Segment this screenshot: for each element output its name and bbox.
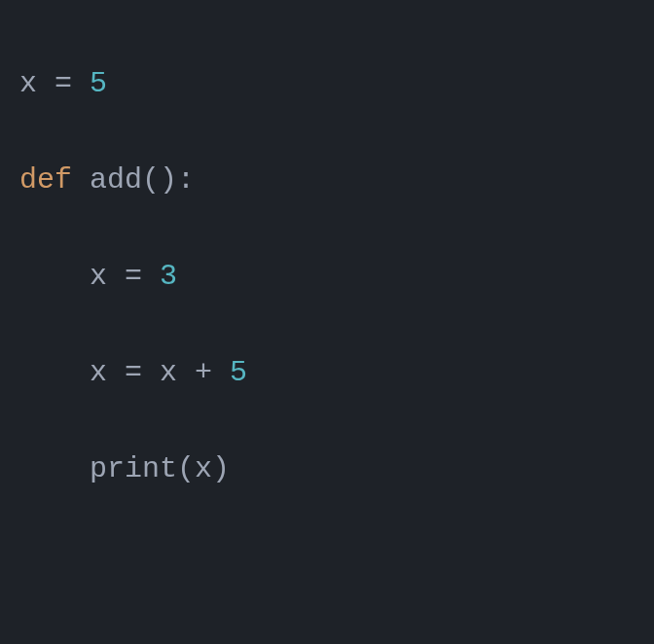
equals-operator: =: [37, 67, 90, 100]
close-paren: ): [212, 452, 230, 485]
code-line-2: def add():: [19, 157, 635, 205]
plus-operator: +: [177, 356, 230, 389]
space: [72, 163, 90, 197]
print-function: print: [90, 452, 177, 485]
def-keyword: def: [19, 163, 72, 197]
equals-operator: =: [107, 356, 160, 389]
parentheses: (): [142, 163, 177, 197]
number-literal: 3: [160, 260, 177, 293]
variable-x: x: [90, 260, 107, 293]
number-literal: 5: [230, 356, 247, 389]
colon: :: [177, 163, 195, 197]
code-snippet: x = 5 def add(): x = 3 x = x + 5 print(x…: [19, 12, 635, 644]
code-line-3: x = 3: [19, 253, 635, 302]
code-line-4: x = x + 5: [19, 349, 635, 398]
function-name: add: [90, 163, 142, 197]
blank-line: [19, 542, 635, 590]
code-line-1: x = 5: [19, 60, 635, 109]
code-line-5: print(x): [19, 446, 635, 494]
indent: [19, 260, 90, 293]
variable-x: x: [160, 356, 177, 389]
code-line-6: add(): [19, 638, 635, 645]
equals-operator: =: [107, 260, 160, 293]
variable-x: x: [195, 452, 212, 485]
open-paren: (: [177, 452, 195, 485]
indent: [19, 356, 90, 389]
indent: [19, 452, 90, 485]
variable-x: x: [90, 356, 107, 389]
number-literal: 5: [90, 67, 107, 100]
variable-x: x: [19, 67, 37, 100]
